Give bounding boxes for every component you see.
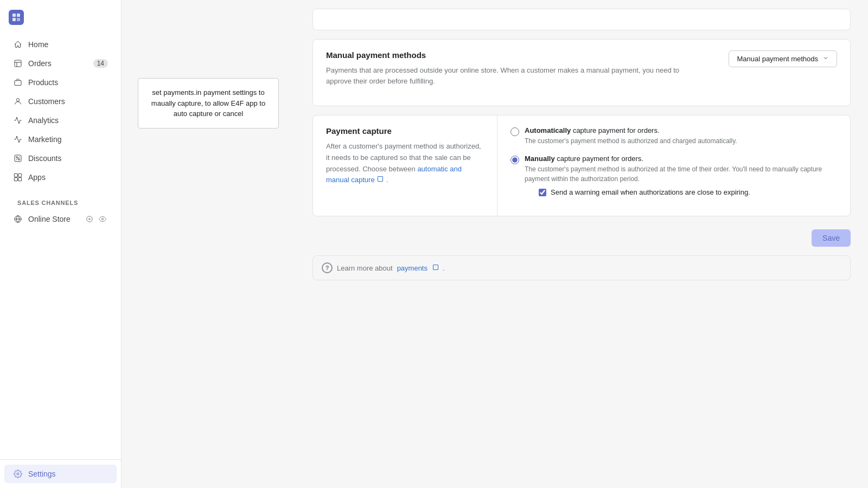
settings-icon xyxy=(13,469,23,479)
sidebar-item-products[interactable]: Products xyxy=(4,73,117,92)
sidebar-item-label-home: Home xyxy=(28,40,48,49)
manual-capture-label-group: Manually capture payment for orders. The… xyxy=(525,155,837,196)
manual-capture-bold: Manually xyxy=(525,155,555,163)
products-icon xyxy=(13,78,23,87)
auto-capture-option: Automatically capture payment for orders… xyxy=(510,126,837,146)
capture-desc-text2: . xyxy=(386,176,388,184)
svg-rect-1 xyxy=(17,14,20,17)
payments-learn-more-link[interactable]: payments xyxy=(397,264,427,272)
manual-capture-rest: capture payment for orders. xyxy=(557,155,643,163)
sales-channel-actions xyxy=(84,214,108,224)
sidebar-item-label-analytics: Analytics xyxy=(28,116,59,125)
auto-capture-rest: capture payment for orders. xyxy=(573,126,660,134)
sidebar-item-settings[interactable]: Settings xyxy=(4,465,117,483)
sidebar-item-orders[interactable]: Orders 14 xyxy=(4,54,117,73)
svg-rect-2 xyxy=(12,18,16,21)
payment-capture-description: After a customer's payment method is aut… xyxy=(326,141,484,186)
dropdown-label: Manual payment methods xyxy=(737,55,818,63)
analytics-icon xyxy=(13,115,23,125)
svg-rect-0 xyxy=(12,14,16,17)
warning-email-checkbox[interactable] xyxy=(539,189,546,196)
sidebar-item-label-discounts: Discounts xyxy=(28,154,61,163)
auto-capture-bold: Automatically xyxy=(525,126,571,134)
sidebar: Home Orders 14 Products xyxy=(0,0,122,488)
payments-external-icon xyxy=(433,265,438,270)
marketing-icon xyxy=(13,134,23,144)
payment-capture-card: Payment capture After a customer's payme… xyxy=(312,115,851,216)
payment-capture-inner: Payment capture After a customer's payme… xyxy=(313,115,850,216)
svg-point-7 xyxy=(16,99,19,101)
right-panel: Manual payment methods Payments that are… xyxy=(295,0,868,488)
manual-payment-title: Manual payment methods xyxy=(326,50,695,60)
svg-point-8 xyxy=(16,157,18,158)
manual-capture-label[interactable]: Manually capture payment for orders. xyxy=(525,155,837,163)
save-bar: Save xyxy=(312,225,851,255)
manual-payment-section: Manual payment methods Payments that are… xyxy=(313,40,850,106)
auto-capture-label[interactable]: Automatically capture payment for orders… xyxy=(525,126,737,134)
warning-email-label[interactable]: Send a warning email when authorizations… xyxy=(551,188,750,196)
learn-more-suffix: . xyxy=(443,264,445,272)
svg-rect-3 xyxy=(17,18,20,21)
sidebar-item-label-products: Products xyxy=(28,78,58,87)
sidebar-nav: Home Orders 14 Products xyxy=(0,30,121,459)
sidebar-item-online-store[interactable]: Online Store xyxy=(4,210,117,228)
svg-point-21 xyxy=(101,218,104,220)
help-icon: ? xyxy=(322,262,333,273)
main-content: set payments.in payment settings to maua… xyxy=(122,0,868,488)
home-icon xyxy=(13,40,23,49)
logo-icon xyxy=(9,10,24,25)
svg-rect-4 xyxy=(15,60,21,67)
sidebar-item-analytics[interactable]: Analytics xyxy=(4,111,117,130)
save-button[interactable]: Save xyxy=(812,229,851,247)
sidebar-item-label-marketing: Marketing xyxy=(28,135,61,144)
online-store-label: Online Store xyxy=(28,215,71,223)
sidebar-item-apps[interactable]: Apps xyxy=(4,168,117,187)
auto-capture-sublabel: The customer's payment method is authori… xyxy=(525,136,737,146)
sidebar-item-discounts[interactable]: Discounts xyxy=(4,149,117,168)
svg-rect-15 xyxy=(18,178,22,181)
sidebar-item-label-orders: Orders xyxy=(28,59,52,68)
sidebar-item-marketing[interactable]: Marketing xyxy=(4,130,117,149)
content-area: set payments.in payment settings to maua… xyxy=(122,0,868,488)
left-panel: set payments.in payment settings to maua… xyxy=(122,0,295,488)
top-partial-card xyxy=(312,9,851,30)
sidebar-logo xyxy=(0,0,121,30)
eye-icon[interactable] xyxy=(97,214,108,224)
sidebar-bottom: Settings xyxy=(0,459,121,488)
svg-point-22 xyxy=(17,473,19,475)
warning-email-option: Send a warning email when authorizations… xyxy=(539,188,837,196)
svg-rect-14 xyxy=(14,178,17,181)
external-link-icon xyxy=(378,176,383,182)
payment-capture-title: Payment capture xyxy=(326,126,484,136)
chevron-down-icon xyxy=(822,55,829,63)
manual-capture-radio[interactable] xyxy=(510,156,519,164)
sidebar-item-home[interactable]: Home xyxy=(4,35,117,54)
sidebar-item-label-customers: Customers xyxy=(28,97,65,106)
add-channel-button[interactable] xyxy=(84,214,95,224)
tooltip-box: set payments.in payment settings to maua… xyxy=(138,78,279,129)
svg-rect-12 xyxy=(14,174,17,177)
sales-channels-section-label: SALES CHANNELS xyxy=(4,193,117,208)
online-store-icon xyxy=(13,214,23,224)
auto-capture-label-group: Automatically capture payment for orders… xyxy=(525,126,737,146)
orders-icon xyxy=(13,59,23,68)
customers-icon xyxy=(13,97,23,106)
manual-capture-option: Manually capture payment for orders. The… xyxy=(510,155,837,196)
manual-payment-description: Payments that are processed outside your… xyxy=(326,65,695,86)
svg-rect-13 xyxy=(18,174,22,177)
discounts-icon xyxy=(13,153,23,163)
orders-badge: 14 xyxy=(93,59,108,68)
sidebar-item-label-apps: Apps xyxy=(28,173,46,182)
sidebar-item-label-settings: Settings xyxy=(28,470,56,478)
auto-capture-radio[interactable] xyxy=(510,127,519,136)
capture-description-panel: Payment capture After a customer's payme… xyxy=(313,115,497,216)
sidebar-item-customers[interactable]: Customers xyxy=(4,92,117,111)
capture-options-panel: Automatically capture payment for orders… xyxy=(497,115,850,216)
learn-more-section: ? Learn more about payments . xyxy=(312,255,851,280)
manual-payment-dropdown[interactable]: Manual payment methods xyxy=(729,50,837,67)
manual-capture-sublabel: The customer's payment method is authori… xyxy=(525,164,837,184)
manual-payment-card: Manual payment methods Payments that are… xyxy=(312,39,851,106)
svg-line-10 xyxy=(16,157,20,160)
svg-point-9 xyxy=(18,159,20,160)
apps-icon xyxy=(13,172,23,182)
